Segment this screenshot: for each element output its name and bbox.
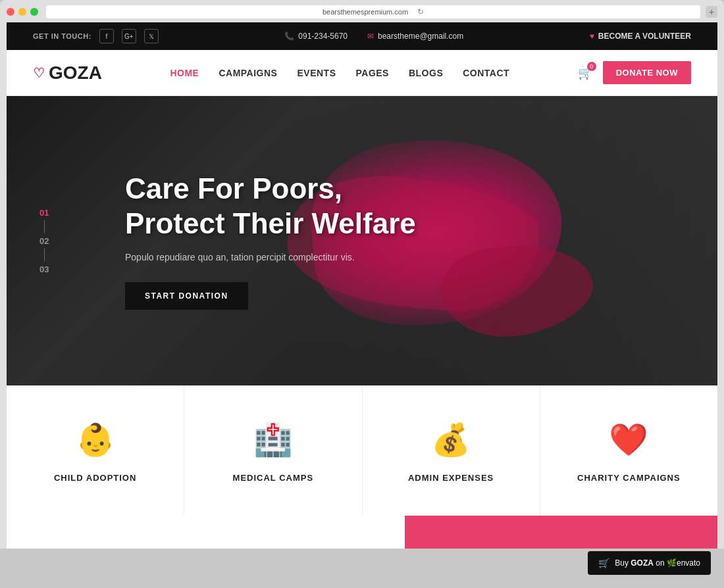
- twitter-icon[interactable]: 𝕏: [144, 29, 159, 43]
- heart-icon: ♥: [590, 32, 594, 41]
- maximize-dot[interactable]: [30, 8, 38, 16]
- get-in-touch-label: GET IN TOUCH:: [33, 32, 91, 40]
- phone-icon: 📞: [284, 32, 294, 41]
- charity-campaigns-label: CHARITY CAMPAIGNS: [577, 473, 681, 483]
- new-tab-button[interactable]: +: [706, 6, 717, 18]
- bottom-pink: [405, 516, 717, 549]
- cart-badge: 0: [587, 62, 596, 71]
- minimize-dot[interactable]: [18, 8, 26, 16]
- nav-blogs[interactable]: BLOGS: [409, 68, 443, 78]
- service-medical-camps[interactable]: 🏥 MEDICAL CAMPS: [184, 386, 362, 516]
- envato-badge[interactable]: 🛒 Buy GOZA on 🌿envato: [588, 551, 711, 575]
- medical-camps-label: MEDICAL CAMPS: [233, 473, 314, 483]
- envato-cart-icon: 🛒: [598, 558, 609, 568]
- browser-frame: bearsthemespremium.com ↻ + GET IN TOUCH:…: [0, 0, 724, 549]
- logo-icon: ♡: [33, 65, 45, 81]
- email-icon: ✉: [367, 32, 374, 41]
- topbar-left: GET IN TOUCH: f G+ 𝕏: [33, 29, 159, 43]
- window-controls: [7, 8, 38, 16]
- services-section: 👶 CHILD ADOPTION 🏥 MEDICAL CAMPS 💰 ADMIN…: [7, 385, 717, 516]
- volunteer-link[interactable]: ♥ BECOME A VOLUNTEER: [590, 32, 691, 41]
- nav-right: 🛒 0 DONATE NOW: [578, 61, 691, 84]
- nav-events[interactable]: EVENTS: [297, 68, 336, 78]
- admin-expenses-label: ADMIN EXPENSES: [408, 473, 494, 483]
- facebook-icon[interactable]: f: [99, 29, 114, 43]
- email-address: bearstheme@gmail.com: [378, 32, 463, 41]
- service-child-adoption[interactable]: 👶 CHILD ADOPTION: [7, 386, 184, 516]
- url-text: bearsthemespremium.com: [323, 8, 408, 16]
- logo-text: GOZA: [49, 62, 102, 84]
- medical-camps-icon: 🏥: [252, 419, 294, 461]
- phone-item[interactable]: 📞 091-234-5670: [284, 32, 348, 41]
- address-bar[interactable]: bearsthemespremium.com ↻: [46, 5, 700, 18]
- cart-icon[interactable]: 🛒 0: [578, 66, 592, 80]
- browser-titlebar: bearsthemespremium.com ↻ +: [7, 5, 717, 18]
- envato-label: Buy GOZA on 🌿envato: [615, 558, 700, 568]
- admin-expenses-icon: 💰: [430, 419, 472, 461]
- bottom-white: [7, 516, 405, 549]
- googleplus-icon[interactable]: G+: [122, 29, 136, 43]
- hero-title-line1: Care For Poors,: [125, 172, 342, 205]
- service-admin-expenses[interactable]: 💰 ADMIN EXPENSES: [363, 386, 540, 516]
- phone-number: 091-234-5670: [298, 32, 348, 41]
- donate-button[interactable]: DONATE NOW: [603, 61, 691, 84]
- bottom-section: [7, 516, 717, 549]
- email-item[interactable]: ✉ bearstheme@gmail.com: [367, 32, 463, 41]
- nav-contact[interactable]: CONTACT: [463, 68, 509, 78]
- start-donation-button[interactable]: START DONATION: [125, 282, 248, 310]
- hero-title-line2: Protect Their Welfare: [125, 207, 416, 239]
- hero-section: 01 02 03 Care For Poors, Protect Their W…: [7, 96, 717, 385]
- topbar-center: 📞 091-234-5670 ✉ bearstheme@gmail.com: [284, 32, 463, 41]
- service-charity-campaigns[interactable]: ❤️ CHARITY CAMPAIGNS: [540, 386, 717, 516]
- hero-content: Care For Poors, Protect Their Welfare Po…: [7, 172, 416, 310]
- navbar: ♡ GOZA HOME CAMPAIGNS EVENTS PAGES BLOGS…: [7, 50, 717, 96]
- close-dot[interactable]: [7, 8, 14, 16]
- hero-title: Care For Poors, Protect Their Welfare: [125, 172, 416, 241]
- topbar: GET IN TOUCH: f G+ 𝕏 📞 091-234-5670 ✉ be…: [7, 22, 717, 50]
- nav-links: HOME CAMPAIGNS EVENTS PAGES BLOGS CONTAC…: [170, 68, 509, 78]
- volunteer-label: BECOME A VOLUNTEER: [598, 32, 691, 41]
- charity-campaigns-icon: ❤️: [608, 419, 650, 461]
- website-content: GET IN TOUCH: f G+ 𝕏 📞 091-234-5670 ✉ be…: [7, 22, 717, 549]
- nav-pages[interactable]: PAGES: [355, 68, 388, 78]
- nav-home[interactable]: HOME: [170, 68, 199, 78]
- child-adoption-icon: 👶: [74, 419, 116, 461]
- child-adoption-label: CHILD ADOPTION: [54, 473, 136, 483]
- refresh-icon[interactable]: ↻: [417, 7, 424, 16]
- logo[interactable]: ♡ GOZA: [33, 62, 102, 84]
- nav-campaigns[interactable]: CAMPAIGNS: [219, 68, 277, 78]
- hero-subtitle: Populo repudiare quo an, tation percipit…: [125, 252, 416, 262]
